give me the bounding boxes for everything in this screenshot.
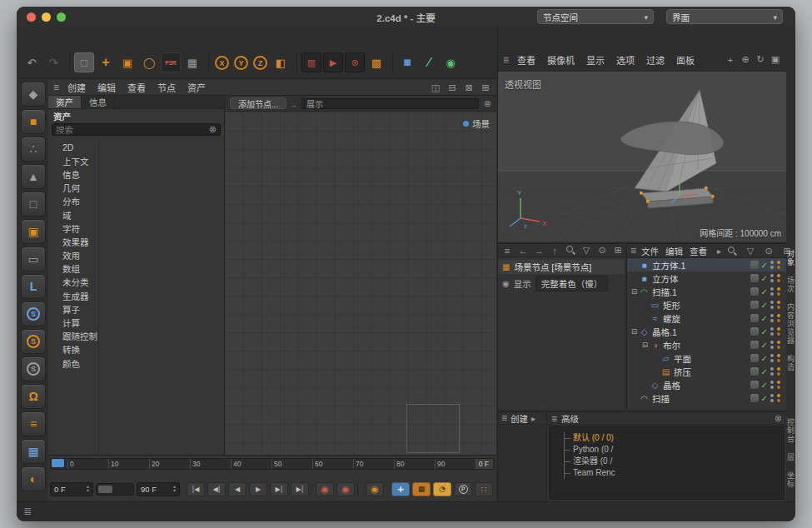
asset-category-item[interactable]: 颜色 — [48, 356, 224, 370]
object-row[interactable]: ⊟◑布尔 — [627, 338, 786, 351]
expand-toggle-icon[interactable]: ⊟ — [640, 341, 650, 349]
snap-selection-tool[interactable]: ▦ — [182, 52, 202, 72]
rotate-tool[interactable]: ◯ — [139, 52, 159, 72]
up-icon[interactable]: ↑ — [549, 246, 560, 256]
asset-category-item[interactable]: 几何 — [48, 182, 224, 195]
y-axis-lock[interactable]: Y — [234, 56, 248, 70]
render-visibility-dots[interactable] — [777, 394, 780, 402]
enabled-check-icon[interactable] — [761, 287, 768, 296]
enabled-check-icon[interactable] — [761, 354, 768, 363]
expand-toggle-icon[interactable]: ⊟ — [630, 287, 639, 296]
side-tab[interactable]: 构造 — [785, 355, 795, 371]
rotate-view-icon[interactable]: ↻ — [755, 54, 766, 65]
asset-tab[interactable]: 资产 — [48, 96, 82, 108]
asset-category-item[interactable]: 生成器 — [48, 289, 224, 302]
search-icon[interactable] — [565, 245, 576, 256]
status-menu-icon[interactable]: ≣ — [23, 506, 32, 517]
editor-visibility-dots[interactable] — [770, 301, 774, 309]
layer-tag-icon[interactable] — [750, 394, 759, 402]
keyframe-selection-button[interactable]: ◉ — [366, 482, 384, 496]
psr-tool[interactable]: PSR — [161, 52, 181, 72]
object-row[interactable]: ■立方体.1 — [627, 258, 786, 271]
editor-visibility-dots[interactable] — [770, 314, 774, 322]
record-parameter-toggle[interactable]: P — [454, 482, 472, 496]
add-node-button[interactable]: 添加节点... — [230, 97, 286, 109]
menu-icon[interactable] — [53, 82, 59, 93]
enabled-check-icon[interactable] — [761, 301, 768, 310]
subdivision-surface-gray-icon[interactable]: S — [21, 356, 46, 381]
cube-outline-icon[interactable]: □ — [21, 192, 46, 217]
settings-icon[interactable]: ⊙ — [763, 246, 775, 257]
menu-icon[interactable] — [501, 412, 507, 424]
editor-visibility-dots[interactable] — [770, 341, 774, 349]
node-group-frame[interactable] — [406, 404, 460, 453]
scene-breadcrumb[interactable]: 场景 — [463, 117, 490, 130]
overflow-arrow-icon[interactable] — [717, 246, 721, 256]
autokey-button[interactable]: ◉ — [336, 482, 355, 496]
spinner-arrows-icon[interactable] — [87, 485, 89, 493]
pan-view-icon[interactable]: + — [725, 54, 736, 65]
object-row[interactable]: ◠扫描 — [627, 391, 786, 405]
paint-icon[interactable]: ◐ — [21, 466, 46, 491]
subdivision-surface-icon[interactable]: S — [21, 301, 46, 326]
layer-tag-icon[interactable] — [750, 367, 759, 376]
plane-icon[interactable]: ▭ — [21, 247, 46, 271]
frame-range-slider[interactable] — [96, 483, 134, 496]
filter-icon[interactable]: ▽ — [745, 246, 756, 257]
checker-icon[interactable]: ▦ — [21, 439, 46, 464]
asset-category-item[interactable]: 上下文 — [48, 154, 224, 167]
subdivision-surface-orange-icon[interactable]: S — [21, 329, 46, 354]
split-horizontal-icon[interactable]: ◫ — [430, 82, 441, 93]
menu-item[interactable]: 创建 — [67, 81, 86, 94]
layer-tag-icon[interactable] — [750, 287, 759, 296]
layer-tag-icon[interactable] — [750, 327, 759, 336]
object-row[interactable]: ⊟◠扫描.1 — [627, 285, 786, 298]
asset-category-item[interactable]: 效用 — [48, 249, 224, 262]
object-row[interactable]: ▤挤压 — [627, 365, 786, 378]
array-icon[interactable]: ≡ — [21, 411, 46, 436]
menu-item[interactable]: 编辑 — [665, 245, 683, 257]
asset-category-item[interactable]: 未分类 — [48, 276, 224, 289]
lock-icon[interactable]: ⊠ — [463, 82, 475, 93]
menu-item[interactable]: 查看 — [517, 53, 536, 67]
enabled-check-icon[interactable] — [761, 341, 768, 350]
primitive-cube-menu[interactable]: ■ — [397, 52, 417, 72]
clear-search-icon[interactable] — [209, 124, 217, 135]
interface-select[interactable]: 界面 — [666, 9, 783, 24]
render-visibility-dots[interactable] — [777, 341, 780, 349]
enabled-check-icon[interactable] — [761, 274, 768, 283]
node-editor-canvas[interactable]: 场景 — [225, 112, 496, 455]
prev-frame-button[interactable]: ◀ — [228, 482, 247, 496]
layer-tag-icon[interactable] — [750, 261, 759, 269]
search-input[interactable] — [56, 125, 209, 135]
maximize-icon[interactable]: ⊞ — [480, 82, 491, 93]
more-button[interactable]: .. — [291, 99, 296, 108]
magnet-icon[interactable]: Ω — [21, 384, 46, 409]
asset-category-item[interactable]: 转换 — [48, 343, 224, 356]
asset-category-item[interactable]: 2D — [48, 141, 224, 154]
object-row[interactable]: ≈螺旋 — [627, 311, 786, 325]
node-filter-field[interactable]: 展示 — [301, 98, 479, 109]
render-visibility-dots[interactable] — [777, 261, 780, 269]
next-frame-button[interactable]: ▶| — [270, 482, 288, 496]
asset-category-item[interactable]: 字符 — [48, 222, 224, 235]
menu-item[interactable]: 选项 — [616, 53, 635, 67]
side-tab[interactable]: 内容浏览器 — [785, 303, 795, 345]
viewport-canvas[interactable]: Y X z 透视视图 网格间距 : 100000 cm — [498, 72, 786, 242]
object-row[interactable]: ■立方体 — [627, 271, 786, 285]
console-tab[interactable]: 高级 — [561, 412, 579, 425]
editor-visibility-dots[interactable] — [770, 261, 774, 269]
interactive-render-button[interactable]: ▩ — [366, 52, 386, 72]
editor-visibility-dots[interactable] — [770, 394, 774, 402]
render-visibility-dots[interactable] — [777, 314, 780, 322]
record-pla-toggle[interactable]: ∷ — [475, 482, 493, 496]
object-row[interactable]: ◇晶格 — [627, 378, 786, 391]
menu-icon[interactable] — [551, 413, 557, 425]
menu-item[interactable]: 文件 — [641, 245, 659, 257]
menu-item[interactable]: 编辑 — [97, 81, 116, 94]
render-visibility-dots[interactable] — [777, 287, 780, 296]
toggle-panel-icon[interactable]: ▣ — [770, 54, 781, 65]
side-tab[interactable]: 场次 — [785, 276, 795, 293]
menu-item[interactable]: 节点 — [157, 81, 176, 94]
live-selection-tool[interactable]: □ — [74, 52, 94, 72]
